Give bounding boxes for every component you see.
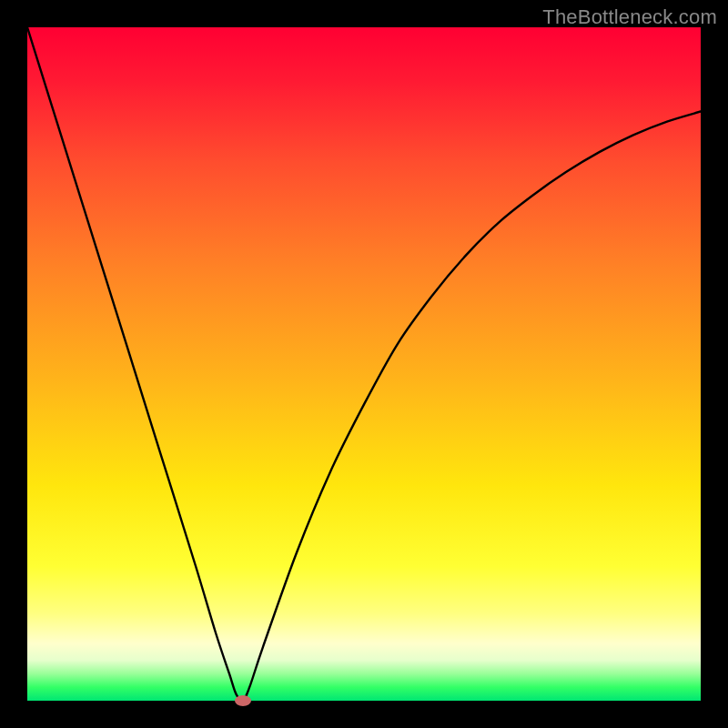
watermark-text: TheBottleneck.com [542,5,717,29]
plot-area [27,27,701,701]
optimum-marker [235,695,251,706]
chart-frame: TheBottleneck.com [0,0,728,728]
bottleneck-curve [27,27,701,701]
